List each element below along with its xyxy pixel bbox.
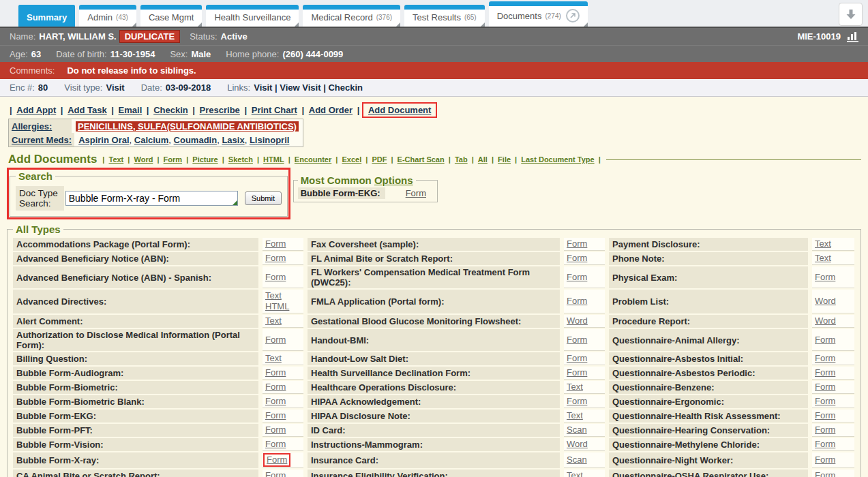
doc-link-text[interactable]: Text (567, 470, 583, 477)
doc-link-form[interactable]: Form (567, 238, 587, 249)
doc-link-form[interactable]: Form (815, 425, 835, 435)
doc-link-form[interactable]: Form (815, 439, 835, 450)
doc-link-form[interactable]: Form (567, 272, 587, 283)
doc-link-scan[interactable]: Scan (567, 455, 587, 465)
med-link-calcium[interactable]: Calcium (134, 135, 169, 145)
doc-type-links: Text (263, 315, 303, 328)
adddoc-link-tab[interactable]: Tab (455, 155, 468, 164)
tab-summary[interactable]: Summary (18, 5, 75, 27)
tab-case-mgmt[interactable]: Case Mgmt (140, 5, 202, 27)
doc-link-word[interactable]: Word (815, 296, 836, 307)
adddoc-link-all[interactable]: All (478, 155, 488, 164)
adddoc-link-form[interactable]: Form (164, 155, 183, 164)
doc-link-text[interactable]: Text (265, 290, 282, 301)
doc-link-form[interactable]: Form (265, 238, 286, 249)
print-chart-link[interactable]: Print Chart (252, 105, 297, 115)
doc-link-form[interactable]: Form (567, 367, 587, 378)
enc-link-view-visit[interactable]: View Visit (280, 82, 320, 93)
adddoc-link-e-chart-scan[interactable]: E-Chart Scan (398, 155, 445, 164)
tab-health-surveillance[interactable]: Health Surveillance (206, 5, 299, 27)
doc-link-form[interactable]: Form (815, 272, 835, 283)
doc-type-links: Form (812, 367, 854, 380)
med-link-aspirin-oral[interactable]: Aspirin Oral (78, 135, 129, 145)
add-appt-link[interactable]: Add Appt (16, 105, 56, 115)
med-link-coumadin[interactable]: Coumadin (174, 135, 218, 145)
doc-link-text[interactable]: Text (567, 410, 583, 421)
doc-link-text[interactable]: Text (815, 253, 831, 264)
adddoc-link-last-document-type[interactable]: Last Document Type (521, 155, 594, 164)
enc-link-checkin[interactable]: Checkin (328, 82, 363, 93)
doc-link-form[interactable]: Form (265, 439, 286, 450)
doc-type-search-input[interactable] (65, 191, 238, 206)
prescribe-link[interactable]: Prescribe (200, 105, 240, 115)
doc-link-form[interactable]: Form (567, 296, 587, 307)
options-link[interactable]: Options (374, 174, 413, 186)
doc-link-text[interactable]: Text (815, 238, 831, 249)
adddoc-link-pdf[interactable]: PDF (372, 155, 387, 164)
doc-link-form[interactable]: Form (567, 353, 587, 364)
doc-link-form[interactable]: Form (265, 425, 286, 435)
doc-link-form[interactable]: Form (265, 367, 286, 378)
adddoc-link-html[interactable]: HTML (263, 155, 284, 164)
adddoc-link-text[interactable]: Text (108, 155, 123, 164)
doc-type-label: Instructions-Mammogram: (308, 438, 560, 451)
dob-label: Date of birth: (56, 49, 106, 59)
submit-button[interactable]: Submit (245, 191, 282, 205)
adddoc-link-picture[interactable]: Picture (192, 155, 218, 164)
doc-link-text[interactable]: Text (567, 382, 583, 393)
doc-link-scan[interactable]: Scan (567, 425, 587, 435)
add-task-link[interactable]: Add Task (68, 105, 107, 115)
doc-link-form[interactable]: Form (265, 396, 286, 407)
doc-type-label: Questionnaire-Health Risk Assessment: (609, 410, 808, 422)
doc-link-text[interactable]: Text (265, 316, 282, 326)
enc-link-visit[interactable]: Visit (254, 82, 272, 93)
doc-link-form[interactable]: Form (265, 272, 286, 283)
current-meds-link[interactable]: Current Meds: (12, 135, 72, 145)
doc-link-word[interactable]: Word (567, 316, 588, 326)
doc-link-form[interactable]: Form (815, 382, 835, 393)
most-common-row: Bubble Form-EKG:Form (298, 187, 433, 199)
allergies-link[interactable]: Allergies: (12, 121, 52, 132)
download-button[interactable] (839, 3, 863, 26)
doc-link-form[interactable]: Form (263, 453, 290, 467)
doc-link-form[interactable]: Form (567, 396, 587, 407)
doc-link-html[interactable]: HTML (265, 301, 289, 312)
doc-link-form[interactable]: Form (815, 335, 835, 345)
tab-medical-record[interactable]: Medical Record(376) (303, 5, 400, 27)
doc-link-form[interactable]: Form (265, 410, 286, 421)
adddoc-link-file[interactable]: File (498, 155, 511, 164)
tab-test-results[interactable]: Test Results(65) (404, 5, 485, 27)
doc-link-form[interactable]: Form (265, 382, 286, 393)
checkin-link[interactable]: Checkin (153, 105, 188, 115)
doc-link-form[interactable]: Form (406, 188, 426, 198)
doc-link-word[interactable]: Word (567, 439, 588, 450)
doc-link-form[interactable]: Form (815, 410, 835, 421)
adddoc-link-encounter[interactable]: Encounter (295, 155, 331, 164)
email-link[interactable]: Email (119, 105, 143, 115)
doc-link-word[interactable]: Word (815, 316, 836, 326)
doc-link-form[interactable]: Form (265, 335, 286, 345)
most-common-legend: Most Common Options (298, 174, 416, 186)
doc-link-form[interactable]: Form (815, 470, 835, 477)
doc-link-form[interactable]: Form (815, 455, 835, 465)
tab-documents[interactable]: Documents(274) (489, 1, 588, 27)
doc-link-form[interactable]: Form (567, 335, 587, 345)
med-link-lisinopril[interactable]: Lisinopril (250, 135, 290, 145)
add-order-link[interactable]: Add Order (309, 105, 353, 115)
adddoc-link-excel[interactable]: Excel (342, 155, 361, 164)
allergy-value-link[interactable]: PENICILLINS, SULFA(SULFONAMIDE ANTIBIOTI… (76, 121, 299, 132)
doc-link-form[interactable]: Form (815, 367, 835, 378)
doc-link-form[interactable]: Form (567, 253, 587, 264)
chart-icon[interactable] (846, 31, 860, 42)
popout-icon[interactable] (566, 9, 580, 22)
doc-link-form[interactable]: Form (815, 353, 835, 364)
med-link-lasix[interactable]: Lasix (222, 135, 244, 145)
tab-admin[interactable]: Admin(43) (79, 5, 136, 27)
doc-link-form[interactable]: Form (265, 470, 286, 477)
doc-link-form[interactable]: Form (815, 396, 835, 407)
adddoc-link-sketch[interactable]: Sketch (228, 155, 253, 164)
add-document-link[interactable]: Add Document (368, 105, 431, 115)
doc-link-text[interactable]: Text (265, 353, 282, 364)
adddoc-link-word[interactable]: Word (134, 155, 153, 164)
doc-link-form[interactable]: Form (265, 253, 286, 264)
